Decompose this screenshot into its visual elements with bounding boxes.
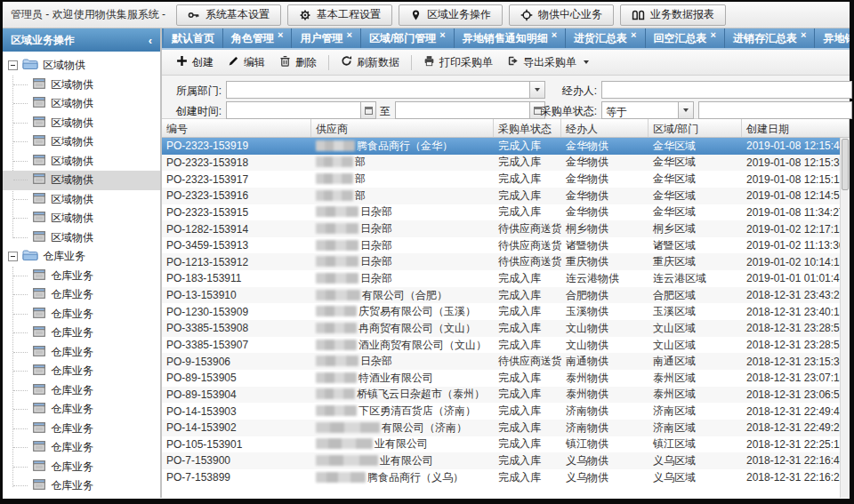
tree-item-label[interactable]: 区域物供	[51, 96, 93, 111]
create-button[interactable]: 创建	[169, 52, 221, 74]
tab-close-icon[interactable]: ×	[439, 31, 445, 38]
table-row[interactable]: PO-1230-153909 庆贸易有限公司（玉溪） 完成入库 玉溪物供 玉溪区…	[162, 303, 840, 320]
vertical-scrollbar[interactable]	[840, 138, 850, 498]
column-header-created[interactable]: 创建日期	[742, 119, 850, 137]
tree-item-label[interactable]: 仓库业务	[51, 307, 93, 322]
column-header-number[interactable]: 编号	[162, 119, 311, 137]
tree-item-label[interactable]: 区域物供	[51, 172, 93, 188]
tab[interactable]: 异地销售调整明细 ×	[815, 28, 850, 48]
menu-region-operations-button[interactable]: 区域业务操作	[399, 4, 503, 26]
tab-label[interactable]: 区域/部门管理	[369, 31, 436, 46]
tree-item[interactable]: 区域物供	[3, 132, 160, 152]
tree-item-label[interactable]: 仓库业务	[51, 268, 93, 284]
tree-item[interactable]: 仓库业务	[3, 324, 160, 343]
tree-item-label[interactable]: 仓库业务	[51, 345, 93, 360]
tree-item[interactable]: 仓库业务	[3, 267, 160, 286]
tree-item[interactable]: 区域物供	[3, 94, 160, 114]
table-row[interactable]: PO-13-153910 有限公司（合肥） 完成入库 合肥物供 合肥区域 201…	[162, 287, 840, 304]
sidebar-collapse-icon[interactable]: ‹	[149, 34, 152, 47]
tree-item-label[interactable]: 仓库业务	[51, 383, 93, 398]
tab-close-icon[interactable]: ×	[801, 31, 806, 38]
tree-item[interactable]: 仓库业务	[3, 305, 160, 324]
table-row[interactable]: PO-2323-153915 日杂部 完成入库 金华物供 金华区域 2019-0…	[162, 204, 840, 221]
tree-collapse-toggle-icon[interactable]	[8, 252, 18, 261]
tree-item[interactable]: 仓库业务	[3, 285, 160, 305]
tab-label[interactable]: 异地销售调整明细	[823, 31, 850, 46]
tab-close-icon[interactable]: ×	[631, 31, 636, 38]
tab-label[interactable]: 异地销售通知明细	[463, 31, 548, 46]
table-row[interactable]: PO-7-153900 业有限公司 完成入库 义乌物供 义乌区域 2018-12…	[162, 452, 840, 469]
tree-folder-label[interactable]: 区域物供	[43, 58, 85, 73]
table-row[interactable]: PO-14-153902 有限公司（济南） 完成入库 济南物供 济南区域 201…	[162, 420, 840, 436]
table-row[interactable]: PO-14-153903 下区勇清百货店（济南） 完成入库 济南物供 济南区域 …	[162, 403, 840, 420]
tree-item-label[interactable]: 仓库业务	[51, 402, 93, 417]
tree-item-label[interactable]: 仓库业务	[51, 287, 93, 302]
tree-item-label[interactable]: 区域物供	[51, 192, 93, 207]
tree-item-label[interactable]: 仓库业务	[51, 325, 93, 340]
tab[interactable]: 异地销售通知明细 ×	[455, 28, 566, 48]
tree-item[interactable]: 区域物供	[3, 152, 160, 172]
table-row[interactable]: PO-2323-153917 部 完成入库 金华物供 金华区域 2019-01-…	[162, 171, 840, 188]
tree-folder[interactable]: 区域物供	[3, 56, 160, 76]
table-row[interactable]: PO-2323-153916 部 完成入库 金华物供 金华区域 2019-01-…	[162, 188, 840, 204]
tree-item[interactable]: 区域物供	[3, 228, 160, 248]
tree-item-label[interactable]: 区域物供	[51, 77, 93, 92]
edit-button[interactable]: 编辑	[221, 52, 272, 74]
tree-folder[interactable]: 仓库业务	[3, 247, 160, 267]
tree-item-label[interactable]: 区域物供	[51, 134, 93, 149]
tree-item-label[interactable]: 仓库业务	[51, 460, 93, 475]
tree-item[interactable]: 仓库业务	[3, 400, 160, 420]
status-operator-dropdown-button[interactable]	[678, 102, 693, 118]
date-from-input[interactable]	[226, 101, 376, 119]
dept-filter-select[interactable]	[226, 81, 545, 99]
export-button[interactable]: 导出采购单	[500, 52, 596, 74]
tree-item[interactable]: 区域物供	[3, 114, 160, 133]
tree-item[interactable]: 仓库业务	[3, 438, 160, 458]
tree-item-label[interactable]: 区域物供	[51, 116, 93, 131]
tree-item[interactable]: 仓库业务	[3, 343, 160, 363]
tree-item-label[interactable]: 区域物供	[51, 154, 93, 169]
menu-data-reports-button[interactable]: 业务数据报表	[620, 4, 726, 26]
tab[interactable]: 用户管理 ×	[292, 28, 360, 48]
tree-item-label[interactable]: 仓库业务	[51, 478, 93, 493]
column-header-status[interactable]: 采购单状态	[494, 119, 561, 137]
column-header-supplier[interactable]: 供应商	[311, 119, 494, 137]
tab-close-icon[interactable]: ×	[278, 31, 283, 38]
tree-item[interactable]: 仓库业务	[3, 362, 160, 381]
table-row[interactable]: PO-105-153901 业有限公司 完成入库 镇江物供 镇江区域 2018-…	[162, 436, 840, 453]
tab-label[interactable]: 角色管理	[231, 31, 274, 46]
table-row[interactable]: PO-2323-153919 腾食品商行（金华） 完成入库 金华物供 金华区域 …	[162, 138, 840, 155]
table-row[interactable]: PO-3459-153913 日杂部 待供应商送货 诸暨物供 诸暨区域 2019…	[162, 237, 840, 254]
tab-close-icon[interactable]: ×	[552, 31, 557, 38]
table-row[interactable]: PO-3385-153908 冉商贸有限公司（文山） 完成入库 文山物供 文山区…	[162, 320, 840, 337]
tree-item-label[interactable]: 仓库业务	[51, 421, 93, 436]
scrollbar-thumb[interactable]	[842, 139, 849, 190]
tree-item-label[interactable]: 区域物供	[51, 230, 93, 245]
status-operator-select[interactable]: 等于	[601, 101, 694, 119]
tab-label[interactable]: 进货汇总表	[574, 31, 627, 46]
table-row[interactable]: PO-7-153899 腾食品商行（义乌） 完成入库 义乌物供 义乌区域 201…	[162, 469, 840, 486]
tree-item[interactable]: 区域物供	[3, 76, 160, 95]
tree-item[interactable]: 区域物供	[3, 190, 160, 210]
menu-supply-center-button[interactable]: 物供中心业务	[509, 4, 614, 26]
table-row[interactable]: PO-2323-153918 部 完成入库 金华物供 金华区域 2019-01-…	[162, 155, 840, 172]
refresh-button[interactable]: 刷新数据	[334, 52, 407, 74]
tab-label[interactable]: 回空汇总表	[654, 31, 707, 46]
tree-collapse-toggle-icon[interactable]	[8, 60, 18, 70]
tree-item[interactable]: 仓库业务	[3, 476, 160, 496]
tree-item[interactable]: 仓库业务	[3, 458, 160, 477]
tree-item-label[interactable]: 仓库业务	[51, 440, 93, 455]
delete-button[interactable]: 删除	[272, 52, 324, 74]
export-dropdown-caret-icon[interactable]	[584, 60, 589, 64]
table-row[interactable]: PO-3385-153907 酒业商贸有限公司（文山） 完成入库 文山物供 文山…	[162, 337, 840, 354]
table-row[interactable]: PO-9-153906 日杂部 待供应商送货 南通物供 南通区域 2018-12…	[162, 353, 840, 370]
tab[interactable]: 进货汇总表 ×	[566, 28, 645, 48]
date-picker-button[interactable]	[360, 102, 375, 118]
tab[interactable]: 回空汇总表 ×	[646, 28, 725, 48]
table-row[interactable]: PO-1213-153912 日杂部 待供应商送货 重庆物供 重庆区域 2019…	[162, 253, 840, 270]
tree-item[interactable]: 仓库业务	[3, 381, 160, 401]
tab-label[interactable]: 用户管理	[300, 31, 342, 46]
print-button[interactable]: 打印采购单	[416, 52, 500, 74]
status-filter-input[interactable]	[698, 101, 852, 119]
tab[interactable]: 进销存汇总表 ×	[725, 28, 815, 48]
